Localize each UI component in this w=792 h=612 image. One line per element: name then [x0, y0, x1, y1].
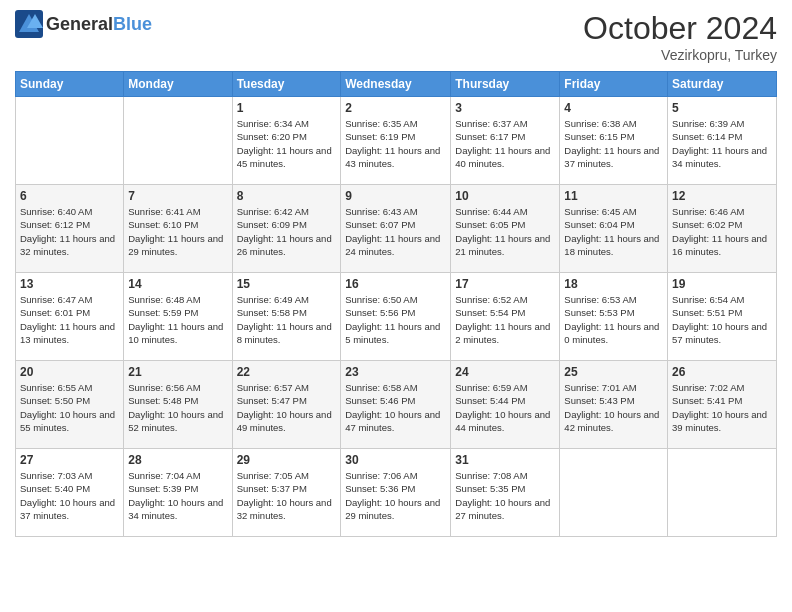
day-number: 3	[455, 101, 555, 115]
col-thursday: Thursday	[451, 72, 560, 97]
day-number: 19	[672, 277, 772, 291]
table-row: 27Sunrise: 7:03 AM Sunset: 5:40 PM Dayli…	[16, 449, 124, 537]
day-info: Sunrise: 7:03 AM Sunset: 5:40 PM Dayligh…	[20, 469, 119, 522]
day-number: 7	[128, 189, 227, 203]
day-number: 24	[455, 365, 555, 379]
table-row: 19Sunrise: 6:54 AM Sunset: 5:51 PM Dayli…	[668, 273, 777, 361]
day-info: Sunrise: 6:49 AM Sunset: 5:58 PM Dayligh…	[237, 293, 337, 346]
day-info: Sunrise: 7:05 AM Sunset: 5:37 PM Dayligh…	[237, 469, 337, 522]
day-number: 11	[564, 189, 663, 203]
day-number: 1	[237, 101, 337, 115]
day-number: 16	[345, 277, 446, 291]
table-row: 22Sunrise: 6:57 AM Sunset: 5:47 PM Dayli…	[232, 361, 341, 449]
calendar-header-row: Sunday Monday Tuesday Wednesday Thursday…	[16, 72, 777, 97]
calendar-week-0: 1Sunrise: 6:34 AM Sunset: 6:20 PM Daylig…	[16, 97, 777, 185]
table-row: 26Sunrise: 7:02 AM Sunset: 5:41 PM Dayli…	[668, 361, 777, 449]
day-info: Sunrise: 6:43 AM Sunset: 6:07 PM Dayligh…	[345, 205, 446, 258]
table-row: 13Sunrise: 6:47 AM Sunset: 6:01 PM Dayli…	[16, 273, 124, 361]
day-number: 18	[564, 277, 663, 291]
day-number: 5	[672, 101, 772, 115]
day-info: Sunrise: 6:45 AM Sunset: 6:04 PM Dayligh…	[564, 205, 663, 258]
logo: GeneralBlue	[15, 10, 152, 38]
table-row	[668, 449, 777, 537]
calendar-table: Sunday Monday Tuesday Wednesday Thursday…	[15, 71, 777, 537]
day-info: Sunrise: 6:40 AM Sunset: 6:12 PM Dayligh…	[20, 205, 119, 258]
day-info: Sunrise: 6:55 AM Sunset: 5:50 PM Dayligh…	[20, 381, 119, 434]
day-number: 29	[237, 453, 337, 467]
col-monday: Monday	[124, 72, 232, 97]
day-number: 8	[237, 189, 337, 203]
col-wednesday: Wednesday	[341, 72, 451, 97]
table-row: 21Sunrise: 6:56 AM Sunset: 5:48 PM Dayli…	[124, 361, 232, 449]
day-info: Sunrise: 6:59 AM Sunset: 5:44 PM Dayligh…	[455, 381, 555, 434]
day-number: 13	[20, 277, 119, 291]
table-row: 30Sunrise: 7:06 AM Sunset: 5:36 PM Dayli…	[341, 449, 451, 537]
table-row: 11Sunrise: 6:45 AM Sunset: 6:04 PM Dayli…	[560, 185, 668, 273]
day-number: 26	[672, 365, 772, 379]
day-info: Sunrise: 6:53 AM Sunset: 5:53 PM Dayligh…	[564, 293, 663, 346]
table-row: 8Sunrise: 6:42 AM Sunset: 6:09 PM Daylig…	[232, 185, 341, 273]
table-row: 17Sunrise: 6:52 AM Sunset: 5:54 PM Dayli…	[451, 273, 560, 361]
table-row: 15Sunrise: 6:49 AM Sunset: 5:58 PM Dayli…	[232, 273, 341, 361]
day-number: 25	[564, 365, 663, 379]
col-tuesday: Tuesday	[232, 72, 341, 97]
table-row: 3Sunrise: 6:37 AM Sunset: 6:17 PM Daylig…	[451, 97, 560, 185]
day-info: Sunrise: 6:52 AM Sunset: 5:54 PM Dayligh…	[455, 293, 555, 346]
table-row	[560, 449, 668, 537]
table-row: 23Sunrise: 6:58 AM Sunset: 5:46 PM Dayli…	[341, 361, 451, 449]
day-info: Sunrise: 6:41 AM Sunset: 6:10 PM Dayligh…	[128, 205, 227, 258]
day-number: 22	[237, 365, 337, 379]
logo-blue: Blue	[113, 14, 152, 34]
day-info: Sunrise: 7:04 AM Sunset: 5:39 PM Dayligh…	[128, 469, 227, 522]
day-info: Sunrise: 6:50 AM Sunset: 5:56 PM Dayligh…	[345, 293, 446, 346]
calendar-week-3: 20Sunrise: 6:55 AM Sunset: 5:50 PM Dayli…	[16, 361, 777, 449]
table-row: 18Sunrise: 6:53 AM Sunset: 5:53 PM Dayli…	[560, 273, 668, 361]
day-number: 21	[128, 365, 227, 379]
day-info: Sunrise: 6:37 AM Sunset: 6:17 PM Dayligh…	[455, 117, 555, 170]
table-row: 24Sunrise: 6:59 AM Sunset: 5:44 PM Dayli…	[451, 361, 560, 449]
day-number: 31	[455, 453, 555, 467]
day-info: Sunrise: 6:38 AM Sunset: 6:15 PM Dayligh…	[564, 117, 663, 170]
table-row: 7Sunrise: 6:41 AM Sunset: 6:10 PM Daylig…	[124, 185, 232, 273]
calendar-week-1: 6Sunrise: 6:40 AM Sunset: 6:12 PM Daylig…	[16, 185, 777, 273]
table-row: 31Sunrise: 7:08 AM Sunset: 5:35 PM Dayli…	[451, 449, 560, 537]
page-header: GeneralBlue October 2024 Vezirkopru, Tur…	[15, 10, 777, 63]
logo-general: General	[46, 14, 113, 34]
day-info: Sunrise: 6:47 AM Sunset: 6:01 PM Dayligh…	[20, 293, 119, 346]
day-number: 12	[672, 189, 772, 203]
table-row: 1Sunrise: 6:34 AM Sunset: 6:20 PM Daylig…	[232, 97, 341, 185]
month-title: October 2024	[583, 10, 777, 47]
day-number: 23	[345, 365, 446, 379]
day-info: Sunrise: 6:56 AM Sunset: 5:48 PM Dayligh…	[128, 381, 227, 434]
calendar-week-2: 13Sunrise: 6:47 AM Sunset: 6:01 PM Dayli…	[16, 273, 777, 361]
day-info: Sunrise: 7:01 AM Sunset: 5:43 PM Dayligh…	[564, 381, 663, 434]
table-row: 5Sunrise: 6:39 AM Sunset: 6:14 PM Daylig…	[668, 97, 777, 185]
day-number: 20	[20, 365, 119, 379]
day-info: Sunrise: 6:39 AM Sunset: 6:14 PM Dayligh…	[672, 117, 772, 170]
location: Vezirkopru, Turkey	[583, 47, 777, 63]
day-number: 9	[345, 189, 446, 203]
table-row: 4Sunrise: 6:38 AM Sunset: 6:15 PM Daylig…	[560, 97, 668, 185]
day-info: Sunrise: 6:48 AM Sunset: 5:59 PM Dayligh…	[128, 293, 227, 346]
day-number: 4	[564, 101, 663, 115]
table-row: 6Sunrise: 6:40 AM Sunset: 6:12 PM Daylig…	[16, 185, 124, 273]
day-number: 28	[128, 453, 227, 467]
table-row: 16Sunrise: 6:50 AM Sunset: 5:56 PM Dayli…	[341, 273, 451, 361]
day-number: 10	[455, 189, 555, 203]
day-number: 30	[345, 453, 446, 467]
day-info: Sunrise: 6:46 AM Sunset: 6:02 PM Dayligh…	[672, 205, 772, 258]
table-row: 12Sunrise: 6:46 AM Sunset: 6:02 PM Dayli…	[668, 185, 777, 273]
day-number: 17	[455, 277, 555, 291]
table-row: 20Sunrise: 6:55 AM Sunset: 5:50 PM Dayli…	[16, 361, 124, 449]
day-info: Sunrise: 6:57 AM Sunset: 5:47 PM Dayligh…	[237, 381, 337, 434]
table-row: 29Sunrise: 7:05 AM Sunset: 5:37 PM Dayli…	[232, 449, 341, 537]
day-info: Sunrise: 7:08 AM Sunset: 5:35 PM Dayligh…	[455, 469, 555, 522]
day-number: 2	[345, 101, 446, 115]
calendar-week-4: 27Sunrise: 7:03 AM Sunset: 5:40 PM Dayli…	[16, 449, 777, 537]
col-saturday: Saturday	[668, 72, 777, 97]
day-info: Sunrise: 7:06 AM Sunset: 5:36 PM Dayligh…	[345, 469, 446, 522]
day-info: Sunrise: 6:54 AM Sunset: 5:51 PM Dayligh…	[672, 293, 772, 346]
table-row: 25Sunrise: 7:01 AM Sunset: 5:43 PM Dayli…	[560, 361, 668, 449]
day-info: Sunrise: 6:42 AM Sunset: 6:09 PM Dayligh…	[237, 205, 337, 258]
logo-icon	[15, 10, 43, 38]
